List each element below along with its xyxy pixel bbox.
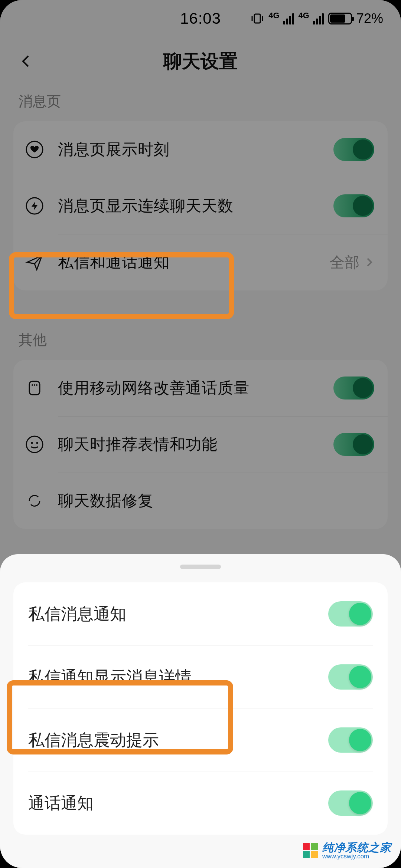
toggle-dm-vibrate[interactable] [328, 727, 373, 753]
sheet-row-label: 私信通知显示消息详情 [28, 666, 328, 688]
sheet-row-label: 私信消息通知 [28, 603, 328, 625]
svg-rect-15 [303, 851, 310, 858]
phone-frame: 16:03 4G 4G 72% 聊天设置 消息页 消息页展示时刻 [0, 0, 401, 868]
svg-rect-16 [311, 851, 318, 858]
watermark-logo-icon [302, 842, 319, 859]
toggle-call-notify[interactable] [328, 790, 373, 816]
watermark-url: www.ycswjy.com [322, 853, 391, 860]
watermark: 纯净系统之家 www.ycswjy.com [302, 842, 391, 860]
sheet-handle[interactable] [180, 565, 221, 569]
bottom-sheet: 私信消息通知 私信通知显示消息详情 私信消息震动提示 通话通知 [0, 554, 401, 868]
svg-rect-13 [303, 843, 310, 850]
toggle-dm-notify[interactable] [328, 601, 373, 627]
sheet-row-label: 通话通知 [28, 792, 328, 814]
sheet-row-dm-vibrate[interactable]: 私信消息震动提示 [13, 708, 388, 772]
sheet-row-label: 私信消息震动提示 [28, 729, 328, 751]
sheet-row-call-notify[interactable]: 通话通知 [13, 772, 388, 835]
watermark-title: 纯净系统之家 [322, 842, 391, 854]
sheet-row-dm-notify[interactable]: 私信消息通知 [13, 582, 388, 645]
sheet-card: 私信消息通知 私信通知显示消息详情 私信消息震动提示 通话通知 [13, 582, 388, 835]
toggle-dm-detail[interactable] [328, 664, 373, 690]
svg-rect-14 [311, 843, 318, 850]
sheet-row-dm-detail[interactable]: 私信通知显示消息详情 [13, 645, 388, 708]
